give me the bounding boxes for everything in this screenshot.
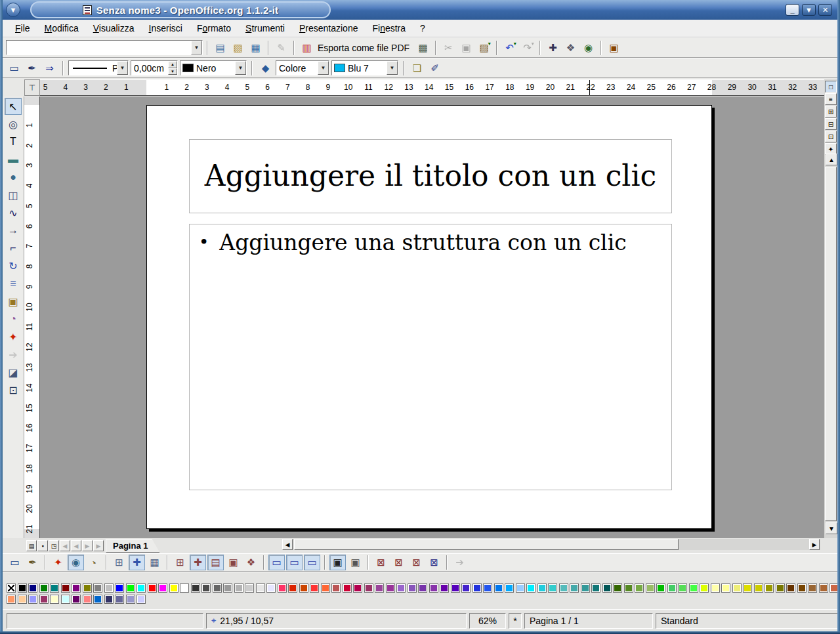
vertical-ruler[interactable]: 123456789101112131415161718192021 [24, 96, 40, 538]
color-swatch[interactable] [61, 595, 70, 604]
scroll-left-icon[interactable]: ◀ [282, 539, 293, 550]
text-tool[interactable]: T [5, 133, 22, 150]
allow-interaction-toggle[interactable]: ◉ [68, 555, 84, 570]
color-swatch[interactable] [635, 583, 644, 593]
menu-modifica[interactable]: Modifica [37, 21, 86, 35]
zoom-value[interactable]: 62% [478, 616, 497, 626]
color-swatch[interactable] [158, 583, 167, 593]
redo-icon-dropdown[interactable]: ▼ [530, 41, 535, 46]
color-swatch[interactable] [494, 583, 503, 593]
rotate-tool[interactable]: ↻ [5, 257, 22, 274]
color-swatch[interactable] [451, 583, 460, 593]
color-swatch[interactable] [743, 583, 752, 593]
scroll-right-icon[interactable]: ▶ [809, 539, 820, 550]
paste-icon[interactable]: ▨▼ [476, 40, 492, 56]
go-last-page-button[interactable]: ▶ [93, 540, 104, 551]
color-swatch[interactable] [819, 583, 828, 593]
maximize-button[interactable]: ▼ [802, 4, 816, 16]
color-swatch[interactable] [115, 583, 124, 593]
animation-preview-toggle[interactable]: ◔ [85, 555, 102, 570]
color-swatch[interactable] [104, 583, 114, 593]
color-swatch[interactable] [602, 583, 612, 593]
color-swatch[interactable] [93, 595, 102, 604]
color-swatch[interactable] [646, 583, 655, 593]
stylist-icon[interactable]: ❖ [562, 40, 579, 56]
page-mode-button[interactable]: ▤ [26, 540, 37, 551]
load-url-dropdown-icon[interactable]: ▼ [191, 41, 202, 54]
connector-tool[interactable]: ⌐ [5, 240, 22, 257]
menu-presentazione[interactable]: Presentazione [292, 21, 366, 35]
presentation-styles-icon[interactable]: ✐ [427, 60, 443, 76]
line-width-value[interactable]: 0,00cm [131, 63, 168, 74]
menu-?[interactable]: ? [413, 21, 432, 35]
line-width-spinner[interactable]: 0,00cm ▲▼ [131, 60, 178, 75]
simple-handles-toggle[interactable]: ▣ [329, 555, 346, 570]
menu-strumenti[interactable]: Strumenti [238, 21, 292, 35]
color-swatch[interactable] [570, 583, 579, 593]
color-swatch[interactable] [169, 583, 178, 593]
color-swatch[interactable] [104, 595, 114, 604]
color-swatch[interactable] [39, 583, 49, 593]
edit-points-toggle[interactable]: ▭ [7, 555, 23, 570]
color-swatch[interactable] [191, 583, 200, 593]
color-swatch[interactable] [278, 583, 287, 593]
color-swatch[interactable] [591, 583, 600, 593]
fill-color-combo[interactable]: Blu 7 ▼ [331, 60, 398, 75]
menu-file[interactable]: File [8, 21, 37, 35]
go-first-page-button[interactable]: ◀ [60, 540, 70, 551]
slide-page[interactable]: Aggiungere il titolo con un clic • Aggiu… [146, 105, 712, 529]
color-swatch[interactable] [408, 583, 417, 593]
rectangle-tool[interactable]: ▬ [5, 151, 22, 168]
color-swatch[interactable] [797, 583, 807, 593]
color-swatch[interactable] [72, 595, 81, 604]
glue-points-toggle[interactable]: ✒ [24, 555, 41, 570]
menu-formato[interactable]: Formato [190, 21, 238, 35]
color-swatch[interactable] [256, 583, 265, 593]
go-prev-page-button[interactable]: ◀ [71, 540, 81, 551]
color-swatch[interactable] [310, 583, 319, 593]
ruler-origin-corner[interactable]: ⊤ [24, 79, 40, 96]
color-swatch[interactable] [126, 595, 135, 604]
exit-all-groups-button[interactable]: ➔ [452, 555, 468, 570]
color-swatch[interactable] [472, 583, 482, 593]
minimize-button[interactable]: _ [786, 4, 799, 16]
color-swatch[interactable] [537, 583, 547, 593]
color-swatch[interactable] [61, 583, 70, 593]
horizontal-scroll-thumb[interactable] [294, 539, 679, 550]
line-dialog-icon[interactable]: ✒ [24, 60, 40, 76]
color-swatch[interactable] [245, 583, 254, 593]
interaction-tool[interactable]: ➔ [5, 346, 22, 363]
picture-placeholder-toggle[interactable]: ⊠ [373, 555, 389, 570]
color-swatch[interactable] [461, 583, 471, 593]
color-swatch[interactable] [353, 583, 362, 593]
snap-to-object-points-toggle[interactable]: ❖ [243, 555, 259, 570]
color-swatch[interactable] [396, 583, 406, 593]
menu-visualizza[interactable]: Visualizza [86, 21, 142, 35]
guides-when-moving-toggle[interactable]: ▦ [146, 555, 163, 570]
vertical-scroll-thumb[interactable] [825, 167, 837, 521]
export-pdf-icon[interactable]: ▥ [299, 40, 315, 56]
color-swatch[interactable] [7, 595, 16, 604]
edit-file-icon[interactable]: ✎ [273, 40, 289, 56]
color-swatch[interactable] [28, 583, 37, 593]
effects-tool[interactable]: ✦ [5, 328, 22, 345]
select-text-area-toggle[interactable]: ▭ [286, 555, 303, 570]
color-swatch[interactable] [299, 583, 308, 593]
color-swatch[interactable] [213, 583, 222, 593]
color-swatch[interactable] [754, 583, 763, 593]
gallery-icon[interactable]: ▣ [606, 40, 622, 56]
snap-to-snap-lines-toggle[interactable]: ✚ [190, 555, 206, 570]
color-swatch[interactable] [375, 583, 384, 593]
line-color-dropdown-icon[interactable]: ▼ [235, 61, 246, 75]
color-swatch[interactable] [483, 583, 492, 593]
color-swatch[interactable] [386, 583, 395, 593]
notes-view-button[interactable]: ⊟ [825, 118, 837, 130]
large-handles-toggle[interactable]: ▣ [347, 555, 364, 570]
outline-placeholder[interactable]: • Aggiungere una struttura con un clic [189, 224, 672, 490]
show-snap-lines-toggle[interactable]: ✚ [129, 555, 145, 570]
save-icon[interactable]: ▦ [247, 40, 264, 56]
color-swatch[interactable] [559, 583, 568, 593]
title-placeholder-text[interactable]: Aggiungere il titolo con un clic [205, 158, 656, 194]
color-swatch[interactable] [624, 583, 633, 593]
line-width-up-icon[interactable]: ▲ [168, 61, 177, 68]
